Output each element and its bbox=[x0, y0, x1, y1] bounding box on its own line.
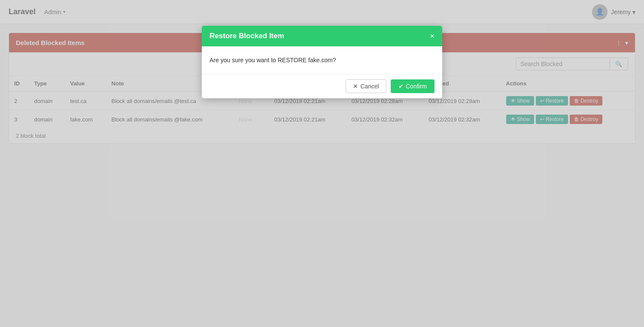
modal-overlay: Restore Blocked Item × Are you sure you … bbox=[0, 0, 644, 152]
modal: Restore Blocked Item × Are you sure you … bbox=[202, 26, 442, 98]
modal-close-button[interactable]: × bbox=[430, 32, 434, 40]
cancel-button[interactable]: ✕ Cancel bbox=[346, 79, 386, 93]
modal-header: Restore Blocked Item × bbox=[202, 26, 442, 46]
cancel-icon: ✕ bbox=[353, 83, 358, 90]
modal-body: Are you sure you want to RESTORE fake.co… bbox=[202, 46, 442, 74]
modal-footer: ✕ Cancel ✔ Confirm bbox=[202, 74, 442, 98]
modal-title: Restore Blocked Item bbox=[210, 32, 284, 40]
confirm-check-icon: ✔ bbox=[398, 83, 404, 90]
modal-body-text: Are you sure you want to RESTORE fake.co… bbox=[210, 57, 336, 64]
confirm-button[interactable]: ✔ Confirm bbox=[391, 79, 434, 93]
